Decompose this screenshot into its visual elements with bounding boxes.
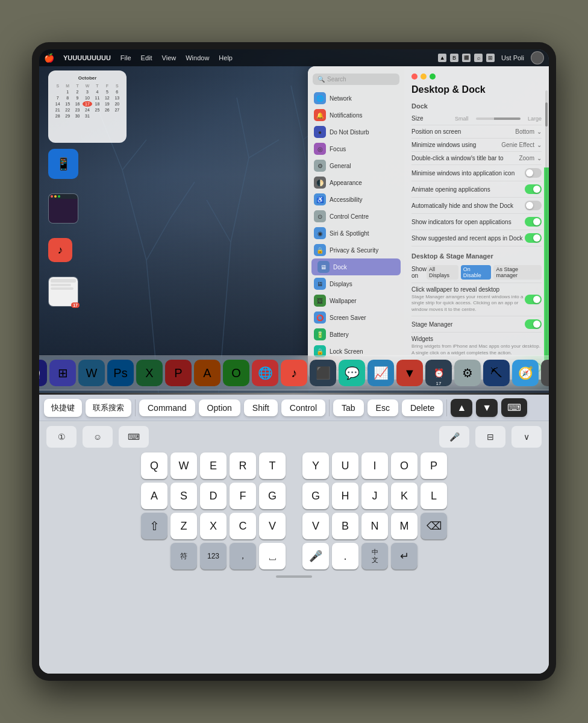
settings-item-displays[interactable]: 🖥 Displays — [308, 275, 404, 292]
key-t[interactable]: T — [259, 452, 286, 479]
settings-item-appearance[interactable]: 🌓 Appearance — [308, 174, 404, 191]
menu-edit[interactable]: Edit — [138, 54, 155, 61]
dc-chevron[interactable]: ⌄ — [537, 155, 542, 161]
space-key-right[interactable]: 🎤 — [302, 543, 329, 569]
dock-excel[interactable]: X — [136, 360, 163, 386]
key-y[interactable]: Y — [302, 452, 329, 479]
recent-toggle[interactable] — [525, 233, 542, 243]
dock-photoshop[interactable]: Ps — [107, 360, 134, 386]
keyboard-layout-btn[interactable]: ⌨ — [501, 398, 527, 417]
settings-item-dnd[interactable]: ● Do Not Disturb — [308, 124, 404, 140]
period-key[interactable]: . — [332, 543, 358, 569]
arrow-up-btn[interactable]: ▲ — [451, 399, 472, 417]
option-on-disable[interactable]: On Disable — [461, 265, 492, 280]
settings-item-privacy[interactable]: 🔒 Privacy & Security — [308, 242, 404, 258]
size-slider[interactable] — [476, 117, 521, 120]
settings-item-general[interactable]: ⚙ General — [308, 157, 404, 174]
func-btn-grid[interactable]: ⊟ — [475, 426, 505, 448]
key-o[interactable]: O — [391, 452, 418, 479]
key-c[interactable]: C — [230, 513, 256, 539]
key-g-right[interactable]: G — [302, 483, 329, 509]
dock-stocks[interactable]: 📈 — [367, 360, 394, 386]
key-n[interactable]: N — [361, 513, 388, 539]
indicators-toggle[interactable] — [525, 217, 542, 227]
position-value[interactable]: Bottom — [515, 128, 534, 135]
key-i[interactable]: I — [361, 452, 388, 479]
shift-key-left[interactable]: ⇧ — [141, 513, 167, 539]
dock-terminal[interactable]: ⬛ — [310, 360, 336, 386]
doubleclick-value[interactable]: Zoom — [519, 155, 534, 161]
key-a[interactable]: A — [141, 483, 167, 509]
dock-wechat[interactable]: 💬 — [339, 360, 365, 386]
app-store-icon[interactable]: 📱 — [48, 149, 78, 179]
dock-trash[interactable]: 🗑 — [541, 360, 549, 386]
bt-icon[interactable]: B — [450, 54, 458, 62]
settings-item-notifications[interactable]: 🔔 Notifications — [308, 107, 404, 124]
space-key-left[interactable]: ⎵ — [259, 543, 286, 569]
dock-prefs[interactable]: ⚙ — [454, 360, 481, 386]
option-btn[interactable]: Option — [199, 399, 240, 416]
key-q[interactable]: Q — [141, 452, 167, 479]
settings-search[interactable]: 🔍 Search — [313, 74, 399, 85]
settings-item-wallpaper[interactable]: 🖼 Wallpaper — [308, 292, 404, 309]
control-center-icon[interactable]: ⊞ — [486, 54, 495, 62]
key-g-left[interactable]: G — [259, 483, 286, 509]
key-e[interactable]: E — [200, 452, 227, 479]
control-btn[interactable]: Control — [281, 399, 325, 416]
func-btn-2[interactable]: ☺ — [83, 426, 113, 448]
settings-item-battery[interactable]: 🔋 Battery — [308, 326, 404, 343]
fullscreen-button[interactable] — [430, 74, 436, 80]
arrow-down-btn[interactable]: ▼ — [476, 399, 498, 417]
contact-search-btn[interactable]: 联系搜索 — [86, 399, 131, 417]
music-icon[interactable]: ♪ — [48, 238, 72, 262]
user-avatar[interactable] — [531, 51, 544, 64]
dock-timer[interactable]: ⏰ 17 — [425, 360, 452, 386]
key-k[interactable]: K — [391, 483, 418, 509]
shortcut-btn[interactable]: 快捷键 — [44, 399, 82, 417]
key-d[interactable]: D — [200, 483, 227, 509]
minimize-to-toggle[interactable] — [525, 168, 542, 178]
dock-safari[interactable]: 🧭 — [512, 360, 539, 386]
key-r[interactable]: R — [230, 452, 256, 479]
dock-access[interactable]: A — [194, 360, 220, 386]
settings-scrollbar[interactable] — [545, 90, 548, 374]
func-btn-3[interactable]: ⌨ — [119, 426, 149, 448]
settings-item-focus[interactable]: ◎ Focus — [308, 140, 404, 157]
option-all-displays[interactable]: All Displays — [427, 265, 458, 280]
menu-file[interactable]: File — [117, 54, 134, 61]
apple-menu[interactable]: 🍎 — [44, 53, 54, 63]
key-h[interactable]: H — [332, 483, 358, 509]
return-key[interactable]: ↵ — [391, 543, 418, 569]
app-name[interactable]: YUUUUUUUUU — [60, 54, 114, 61]
autohide-toggle[interactable] — [525, 201, 542, 210]
battery-icon[interactable]: ⬛ — [462, 54, 471, 62]
dock-powerpoint[interactable]: P — [165, 360, 192, 386]
settings-item-desktop-dock[interactable]: 🖥 Dock — [311, 258, 401, 275]
animate-toggle[interactable] — [525, 184, 542, 194]
dock-word[interactable]: W — [78, 360, 105, 386]
esc-btn[interactable]: Esc — [367, 399, 398, 416]
num-key[interactable]: 123 — [200, 543, 227, 569]
settings-item-network[interactable]: 🌐 Network — [308, 90, 404, 107]
search-icon[interactable]: ⌕ — [474, 54, 483, 62]
key-f[interactable]: F — [230, 483, 256, 509]
key-s[interactable]: S — [170, 483, 197, 509]
key-l[interactable]: L — [421, 483, 447, 509]
symbol-key[interactable]: 符 — [170, 543, 197, 569]
key-p[interactable]: P — [421, 452, 447, 479]
dock-music[interactable]: ♪ — [281, 360, 307, 386]
settings-item-control[interactable]: ⊙ Control Centre — [308, 208, 404, 225]
tab-btn[interactable]: Tab — [333, 399, 364, 416]
position-chevron[interactable]: ⌄ — [537, 128, 542, 135]
chevron-down-btn[interactable]: ∨ — [511, 426, 542, 448]
command-btn[interactable]: Command — [139, 399, 195, 416]
key-m[interactable]: M — [391, 513, 418, 539]
func-btn-1[interactable]: ① — [46, 426, 77, 448]
minimize-value[interactable]: Genie Effect — [501, 142, 534, 148]
dock-chrome[interactable]: 🌐 — [252, 360, 278, 386]
dock-launchpad[interactable]: ⊞ — [49, 360, 76, 386]
backspace-key[interactable]: ⌫ — [421, 513, 447, 539]
mic-btn[interactable]: 🎤 — [439, 426, 469, 448]
key-z[interactable]: Z — [170, 513, 197, 539]
key-v[interactable]: V — [259, 513, 286, 539]
